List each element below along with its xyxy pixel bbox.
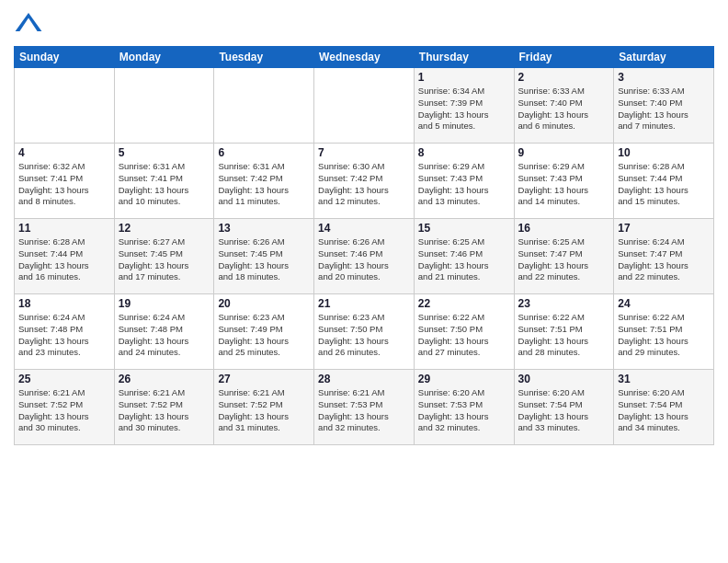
calendar-cell: 21Sunrise: 6:23 AM Sunset: 7:50 PM Dayli…: [314, 294, 415, 370]
day-number: 15: [418, 222, 510, 235]
page: SundayMondayTuesdayWednesdayThursdayFrid…: [0, 0, 728, 563]
day-info: Sunrise: 6:29 AM Sunset: 7:43 PM Dayligh…: [418, 161, 510, 208]
day-info: Sunrise: 6:21 AM Sunset: 7:52 PM Dayligh…: [218, 387, 310, 434]
day-number: 1: [418, 71, 510, 84]
calendar-cell: 18Sunrise: 6:24 AM Sunset: 7:48 PM Dayli…: [15, 294, 115, 370]
calendar-week: 11Sunrise: 6:28 AM Sunset: 7:44 PM Dayli…: [15, 219, 714, 294]
day-number: 16: [518, 222, 610, 235]
day-info: Sunrise: 6:32 AM Sunset: 7:41 PM Dayligh…: [18, 161, 110, 208]
day-info: Sunrise: 6:22 AM Sunset: 7:51 PM Dayligh…: [618, 312, 710, 359]
weekday-header: Wednesday: [314, 47, 415, 68]
calendar-cell: 4Sunrise: 6:32 AM Sunset: 7:41 PM Daylig…: [15, 144, 115, 219]
calendar-cell: 14Sunrise: 6:26 AM Sunset: 7:46 PM Dayli…: [314, 219, 415, 294]
weekday-header: Saturday: [614, 47, 714, 68]
day-number: 11: [18, 222, 110, 235]
day-info: Sunrise: 6:20 AM Sunset: 7:53 PM Dayligh…: [418, 387, 510, 434]
day-info: Sunrise: 6:21 AM Sunset: 7:52 PM Dayligh…: [119, 387, 210, 434]
calendar-cell: 2Sunrise: 6:33 AM Sunset: 7:40 PM Daylig…: [514, 68, 614, 144]
day-number: 19: [119, 297, 210, 310]
day-info: Sunrise: 6:24 AM Sunset: 7:47 PM Dayligh…: [618, 236, 710, 283]
calendar-cell: 28Sunrise: 6:21 AM Sunset: 7:53 PM Dayli…: [314, 370, 415, 445]
day-number: 24: [618, 297, 710, 310]
calendar-cell: 23Sunrise: 6:22 AM Sunset: 7:51 PM Dayli…: [514, 294, 614, 370]
day-number: 2: [518, 71, 610, 84]
day-info: Sunrise: 6:21 AM Sunset: 7:53 PM Dayligh…: [318, 387, 410, 434]
day-info: Sunrise: 6:30 AM Sunset: 7:42 PM Dayligh…: [318, 161, 410, 208]
day-number: 10: [618, 146, 710, 159]
calendar-cell: 10Sunrise: 6:28 AM Sunset: 7:44 PM Dayli…: [614, 144, 714, 219]
day-number: 20: [218, 297, 310, 310]
day-info: Sunrise: 6:27 AM Sunset: 7:45 PM Dayligh…: [119, 236, 210, 283]
calendar-cell: 7Sunrise: 6:30 AM Sunset: 7:42 PM Daylig…: [314, 144, 415, 219]
calendar-cell: 12Sunrise: 6:27 AM Sunset: 7:45 PM Dayli…: [114, 219, 214, 294]
day-info: Sunrise: 6:22 AM Sunset: 7:50 PM Dayligh…: [418, 312, 510, 359]
day-info: Sunrise: 6:21 AM Sunset: 7:52 PM Dayligh…: [18, 387, 110, 434]
calendar-cell: 8Sunrise: 6:29 AM Sunset: 7:43 PM Daylig…: [414, 144, 514, 219]
calendar-cell: 27Sunrise: 6:21 AM Sunset: 7:52 PM Dayli…: [214, 370, 314, 445]
day-number: 12: [119, 222, 210, 235]
day-info: Sunrise: 6:28 AM Sunset: 7:44 PM Dayligh…: [18, 236, 110, 283]
day-number: 30: [518, 373, 610, 385]
day-number: 14: [318, 222, 410, 235]
calendar-cell: [314, 68, 415, 144]
logo-icon: [14, 9, 43, 39]
day-info: Sunrise: 6:26 AM Sunset: 7:45 PM Dayligh…: [218, 236, 310, 283]
calendar-cell: [114, 68, 214, 144]
day-number: 6: [218, 146, 310, 159]
day-number: 23: [518, 297, 610, 310]
day-info: Sunrise: 6:20 AM Sunset: 7:54 PM Dayligh…: [518, 387, 610, 434]
calendar-week: 18Sunrise: 6:24 AM Sunset: 7:48 PM Dayli…: [15, 294, 714, 370]
day-number: 28: [318, 373, 410, 385]
day-number: 7: [318, 146, 410, 159]
calendar-cell: 26Sunrise: 6:21 AM Sunset: 7:52 PM Dayli…: [114, 370, 214, 445]
calendar-cell: 29Sunrise: 6:20 AM Sunset: 7:53 PM Dayli…: [414, 370, 514, 445]
calendar-cell: 20Sunrise: 6:23 AM Sunset: 7:49 PM Dayli…: [214, 294, 314, 370]
day-info: Sunrise: 6:33 AM Sunset: 7:40 PM Dayligh…: [618, 86, 710, 132]
header: [14, 9, 714, 39]
calendar-cell: 9Sunrise: 6:29 AM Sunset: 7:43 PM Daylig…: [514, 144, 614, 219]
calendar-cell: 1Sunrise: 6:34 AM Sunset: 7:39 PM Daylig…: [414, 68, 514, 144]
day-info: Sunrise: 6:34 AM Sunset: 7:39 PM Dayligh…: [418, 86, 510, 132]
calendar-cell: 31Sunrise: 6:20 AM Sunset: 7:54 PM Dayli…: [614, 370, 714, 445]
calendar: SundayMondayTuesdayWednesdayThursdayFrid…: [14, 46, 714, 445]
day-number: 3: [618, 71, 710, 84]
day-number: 31: [618, 373, 710, 385]
day-info: Sunrise: 6:31 AM Sunset: 7:42 PM Dayligh…: [218, 161, 310, 208]
day-info: Sunrise: 6:23 AM Sunset: 7:49 PM Dayligh…: [218, 312, 310, 359]
calendar-cell: 22Sunrise: 6:22 AM Sunset: 7:50 PM Dayli…: [414, 294, 514, 370]
day-number: 29: [418, 373, 510, 385]
calendar-cell: 6Sunrise: 6:31 AM Sunset: 7:42 PM Daylig…: [214, 144, 314, 219]
calendar-cell: 19Sunrise: 6:24 AM Sunset: 7:48 PM Dayli…: [114, 294, 214, 370]
day-info: Sunrise: 6:25 AM Sunset: 7:46 PM Dayligh…: [418, 236, 510, 283]
day-number: 26: [119, 373, 210, 385]
calendar-cell: 17Sunrise: 6:24 AM Sunset: 7:47 PM Dayli…: [614, 219, 714, 294]
day-info: Sunrise: 6:26 AM Sunset: 7:46 PM Dayligh…: [318, 236, 410, 283]
day-info: Sunrise: 6:33 AM Sunset: 7:40 PM Dayligh…: [518, 86, 610, 132]
day-info: Sunrise: 6:31 AM Sunset: 7:41 PM Dayligh…: [119, 161, 210, 208]
calendar-cell: 5Sunrise: 6:31 AM Sunset: 7:41 PM Daylig…: [114, 144, 214, 219]
logo: [14, 9, 47, 39]
day-number: 27: [218, 373, 310, 385]
day-info: Sunrise: 6:20 AM Sunset: 7:54 PM Dayligh…: [618, 387, 710, 434]
day-info: Sunrise: 6:24 AM Sunset: 7:48 PM Dayligh…: [119, 312, 210, 359]
calendar-body: 1Sunrise: 6:34 AM Sunset: 7:39 PM Daylig…: [15, 68, 714, 445]
weekday-header: Monday: [114, 47, 214, 68]
weekday-header: Friday: [514, 47, 614, 68]
calendar-cell: [214, 68, 314, 144]
weekday-header: Tuesday: [214, 47, 314, 68]
day-info: Sunrise: 6:29 AM Sunset: 7:43 PM Dayligh…: [518, 161, 610, 208]
calendar-cell: 25Sunrise: 6:21 AM Sunset: 7:52 PM Dayli…: [15, 370, 115, 445]
weekday-row: SundayMondayTuesdayWednesdayThursdayFrid…: [15, 47, 714, 68]
calendar-cell: 30Sunrise: 6:20 AM Sunset: 7:54 PM Dayli…: [514, 370, 614, 445]
day-number: 13: [218, 222, 310, 235]
calendar-cell: 24Sunrise: 6:22 AM Sunset: 7:51 PM Dayli…: [614, 294, 714, 370]
day-number: 9: [518, 146, 610, 159]
calendar-cell: [15, 68, 115, 144]
calendar-week: 4Sunrise: 6:32 AM Sunset: 7:41 PM Daylig…: [15, 144, 714, 219]
day-number: 4: [18, 146, 110, 159]
weekday-header: Sunday: [15, 47, 115, 68]
weekday-header: Thursday: [414, 47, 514, 68]
day-number: 21: [318, 297, 410, 310]
calendar-week: 25Sunrise: 6:21 AM Sunset: 7:52 PM Dayli…: [15, 370, 714, 445]
day-number: 25: [18, 373, 110, 385]
